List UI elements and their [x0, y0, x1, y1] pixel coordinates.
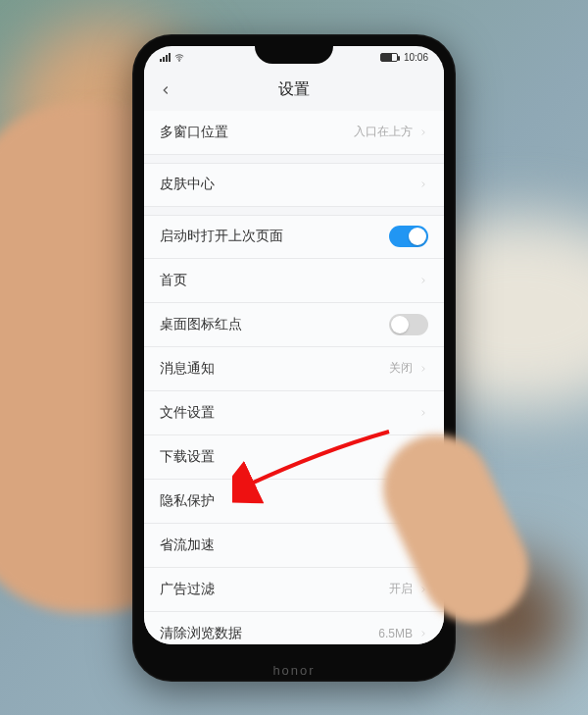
chevron-right-icon: [418, 364, 428, 374]
chevron-right-icon: [418, 629, 428, 638]
row-notifications[interactable]: 消息通知 关闭: [144, 347, 444, 391]
row-label: 下载设置: [160, 448, 215, 466]
chevron-right-icon: [418, 179, 428, 189]
header: 设置: [144, 70, 444, 111]
row-restore-last-page[interactable]: 启动时打开上次页面: [144, 215, 444, 259]
status-time: 10:06: [404, 52, 428, 63]
row-label: 首页: [160, 272, 187, 289]
row-value: 6.5MB: [378, 627, 413, 640]
row-label: 文件设置: [160, 404, 215, 422]
row-clear-data[interactable]: 清除浏览数据 6.5MB: [144, 612, 444, 644]
phone-frame: 10:06 设置 多窗口位置 入口在上方 皮肤中心 启动时打开上: [132, 34, 456, 682]
row-label: 多窗口位置: [160, 124, 228, 141]
signal-icon: [160, 53, 171, 62]
row-label: 桌面图标红点: [160, 316, 242, 333]
row-label: 消息通知: [160, 360, 215, 378]
chevron-right-icon: [418, 128, 428, 137]
row-ad-block[interactable]: 广告过滤 开启: [144, 568, 444, 612]
phone-brand: honor: [132, 663, 456, 678]
settings-list: 多窗口位置 入口在上方 皮肤中心 启动时打开上次页面 首页 桌面图标红点: [144, 111, 444, 644]
row-homepage[interactable]: 首页: [144, 259, 444, 303]
row-label: 清除浏览数据: [160, 625, 242, 642]
row-file-settings[interactable]: 文件设置: [144, 391, 444, 435]
row-multi-window[interactable]: 多窗口位置 入口在上方: [144, 111, 444, 155]
chevron-left-icon: [159, 83, 172, 97]
row-value: 关闭: [389, 360, 413, 377]
page-title: 设置: [278, 79, 310, 100]
row-value: 开启: [389, 581, 413, 597]
toggle-restore-last-page[interactable]: [389, 226, 428, 247]
chevron-right-icon: [418, 276, 428, 285]
svg-point-0: [179, 60, 180, 61]
row-label: 启动时打开上次页面: [160, 228, 283, 245]
row-label: 皮肤中心: [160, 176, 215, 193]
row-desktop-badge[interactable]: 桌面图标红点: [144, 303, 444, 347]
row-skin-center[interactable]: 皮肤中心: [144, 163, 444, 207]
screen: 10:06 设置 多窗口位置 入口在上方 皮肤中心 启动时打开上: [144, 46, 444, 644]
row-label: 广告过滤: [160, 581, 215, 598]
back-button[interactable]: [156, 80, 175, 100]
chevron-right-icon: [418, 408, 428, 418]
battery-icon: [380, 53, 398, 62]
toggle-desktop-badge[interactable]: [389, 314, 428, 335]
row-value: 入口在上方: [354, 124, 413, 140]
row-label: 隐私保护: [160, 492, 215, 510]
wifi-icon: [174, 53, 184, 63]
notch: [255, 46, 333, 64]
row-label: 省流加速: [160, 536, 215, 554]
